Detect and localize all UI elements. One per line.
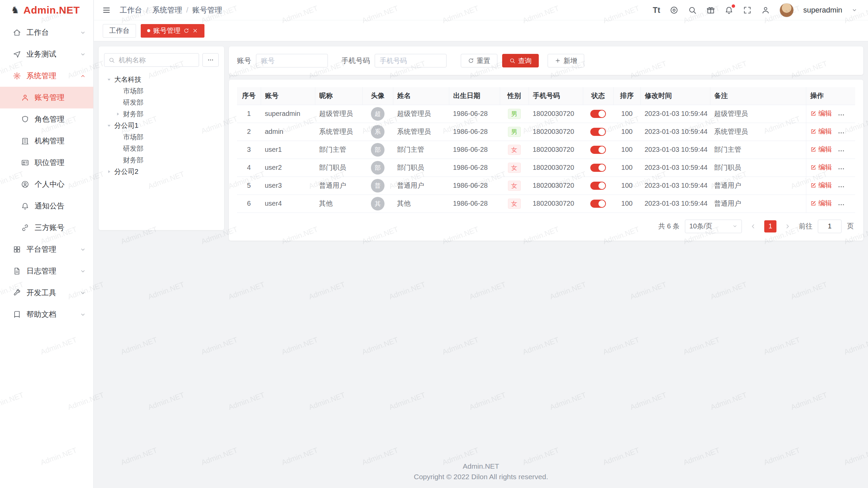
tree-node[interactable]: 财务部 xyxy=(104,108,219,120)
status-toggle[interactable] xyxy=(590,182,606,190)
edit-button[interactable]: 编辑 xyxy=(810,127,832,136)
phone-input[interactable] xyxy=(375,54,447,67)
phone-label: 手机号码 xyxy=(341,56,370,65)
edit-button[interactable]: 编辑 xyxy=(810,181,832,190)
account-input[interactable] xyxy=(256,54,328,67)
edit-button-label: 编辑 xyxy=(818,145,832,154)
file-icon xyxy=(13,267,21,275)
sidebar-item-dev-tools[interactable]: 开发工具 xyxy=(0,282,93,304)
sort-cell: 100 xyxy=(613,105,640,123)
caret-spacer xyxy=(115,146,121,151)
sidebar-item-account-manage[interactable]: 账号管理 xyxy=(0,87,93,108)
row-more-button[interactable] xyxy=(837,183,845,190)
prev-page-button[interactable] xyxy=(747,221,759,232)
row-more-button[interactable] xyxy=(837,201,845,208)
sidebar-item-label: 通知公告 xyxy=(35,201,86,211)
header: 工作台 / 系统管理 / 账号管理 Tt superadmin xyxy=(94,0,868,20)
tree-node[interactable]: 市场部 xyxy=(104,131,219,143)
edit-button[interactable]: 编辑 xyxy=(810,145,832,154)
status-toggle[interactable] xyxy=(590,200,606,208)
sidebar-item-label: 账号管理 xyxy=(35,93,86,103)
username[interactable]: superadmin xyxy=(803,6,842,15)
org-search-input[interactable] xyxy=(118,56,195,64)
tree-node[interactable]: 研发部 xyxy=(104,143,219,154)
notification-bell[interactable] xyxy=(725,6,733,15)
row-more-button[interactable] xyxy=(837,129,845,137)
menu-toggle-icon[interactable] xyxy=(102,6,111,15)
modified-cell: 2023-01-03 10:59:44 xyxy=(640,123,710,141)
search-icon[interactable] xyxy=(688,6,697,15)
tree-node[interactable]: 市场部 xyxy=(104,85,219,97)
breadcrumb-item-account-manage[interactable]: 账号管理 xyxy=(192,5,222,15)
sidebar-item-log-manage[interactable]: 日志管理 xyxy=(0,260,93,282)
org-panel-header xyxy=(104,53,219,67)
fullscreen-icon[interactable] xyxy=(743,6,752,15)
sidebar-item-notice[interactable]: 通知公告 xyxy=(0,195,93,217)
account-cell: user2 xyxy=(261,159,315,177)
tree-node-label: 大名科技 xyxy=(114,75,141,84)
goto-page-input[interactable] xyxy=(818,220,842,233)
sidebar-item-role-manage[interactable]: 角色管理 xyxy=(0,108,93,130)
gender-tag: 男 xyxy=(508,109,521,119)
layout-config-icon[interactable] xyxy=(761,6,770,15)
breadcrumb-item-system-manage[interactable]: 系统管理 xyxy=(152,5,182,15)
sidebar-item-personal-center[interactable]: 个人中心 xyxy=(0,174,93,195)
skin-icon[interactable] xyxy=(706,6,715,15)
modified-cell: 2023-01-03 10:59:44 xyxy=(640,105,710,123)
edit-button[interactable]: 编辑 xyxy=(810,199,832,208)
status-toggle[interactable] xyxy=(590,146,606,154)
add-button[interactable]: 新增 xyxy=(548,54,584,67)
edit-button[interactable]: 编辑 xyxy=(810,163,832,172)
status-toggle[interactable] xyxy=(590,128,606,136)
phone-cell: 18020030720 xyxy=(529,141,583,159)
sidebar-item-system-manage[interactable]: 系统管理 xyxy=(0,65,93,87)
row-more-button[interactable] xyxy=(837,111,845,119)
accounts-table: 序号账号昵称头像姓名出生日期性别手机号码状态排序修改时间备注操作 1supera… xyxy=(237,87,855,213)
refresh-tab-icon[interactable] xyxy=(183,28,189,34)
theme-icon[interactable] xyxy=(670,6,678,15)
user-menu-chevron-icon[interactable] xyxy=(852,7,857,13)
table-row: 6user4其他其其他1986-06-28女180200307201002023… xyxy=(237,195,855,212)
breadcrumb-item-workbench[interactable]: 工作台 xyxy=(120,5,142,15)
sidebar-item-business-test[interactable]: 业务测试 xyxy=(0,43,93,65)
tab-account-manage[interactable]: 账号管理 xyxy=(141,24,204,38)
row-more-button[interactable] xyxy=(837,165,845,172)
table-row: 1superadmin超级管理员超超级管理员1986-06-28男1802003… xyxy=(237,105,855,123)
tree-node[interactable]: 财务部 xyxy=(104,154,219,166)
sidebar-item-third-account[interactable]: 三方账号 xyxy=(0,217,93,239)
pagination: 共 6 条 10条/页 1 前往 页 xyxy=(237,213,855,236)
org-panel: 大名科技市场部研发部财务部分公司1市场部研发部财务部分公司2 xyxy=(99,46,224,230)
status-toggle[interactable] xyxy=(590,110,606,118)
sidebar-item-org-manage[interactable]: 机构管理 xyxy=(0,130,93,152)
row-more-button[interactable] xyxy=(837,147,845,155)
modified-cell: 2023-01-03 10:59:44 xyxy=(640,141,710,159)
sidebar-item-workbench[interactable]: 工作台 xyxy=(0,22,93,43)
tree-node[interactable]: 大名科技 xyxy=(104,74,219,85)
sidebar-item-position-manage[interactable]: 职位管理 xyxy=(0,152,93,174)
sidebar-item-label: 职位管理 xyxy=(35,158,86,168)
org-more-button[interactable] xyxy=(202,53,219,67)
row-index-cell: 3 xyxy=(237,141,261,159)
sidebar-item-help-docs[interactable]: 帮助文档 xyxy=(0,304,93,325)
brand: ♞ Admin.NET xyxy=(0,0,93,20)
sidebar-item-platform-manage[interactable]: 平台管理 xyxy=(0,239,93,260)
search-button[interactable]: 查询 xyxy=(502,54,539,67)
caret-spacer xyxy=(115,100,121,105)
sidebar: ♞ Admin.NET 工作台业务测试系统管理账号管理角色管理机构管理职位管理个… xyxy=(0,0,94,488)
tree-node[interactable]: 分公司2 xyxy=(104,166,219,177)
reset-button[interactable]: 重置 xyxy=(461,54,497,67)
next-page-button[interactable] xyxy=(782,221,793,232)
tab-workbench[interactable]: 工作台 xyxy=(103,24,136,38)
user-avatar[interactable] xyxy=(780,3,794,17)
edit-button[interactable]: 编辑 xyxy=(810,109,832,118)
font-size-icon[interactable]: Tt xyxy=(653,6,660,15)
avatar-cell: 普 xyxy=(362,177,393,195)
status-toggle[interactable] xyxy=(590,164,606,172)
close-tab-icon[interactable] xyxy=(192,28,198,34)
sort-cell: 100 xyxy=(613,177,640,195)
page-size-select[interactable]: 10条/页 xyxy=(685,220,742,233)
tree-node[interactable]: 分公司1 xyxy=(104,120,219,131)
edit-icon xyxy=(810,146,816,152)
tree-node[interactable]: 研发部 xyxy=(104,97,219,108)
current-page[interactable]: 1 xyxy=(764,220,776,232)
